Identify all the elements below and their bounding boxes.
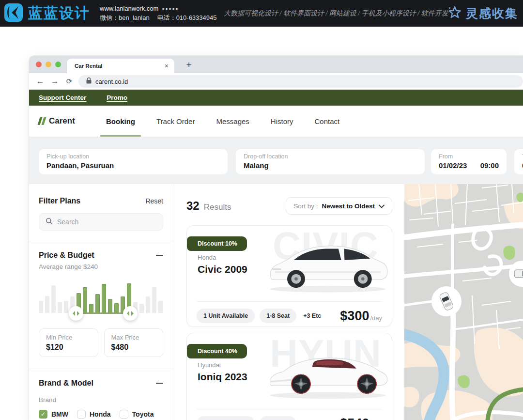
new-tab-button[interactable]: + (182, 58, 196, 72)
histogram-bar (64, 301, 68, 313)
map-panel[interactable] (404, 184, 523, 420)
histogram-bar (89, 304, 93, 313)
checkbox-icon[interactable] (120, 410, 128, 419)
utility-bar: Support Center Promo (29, 90, 523, 106)
brand-checkbox-row: ✓ BMW Honda Toyota (39, 410, 163, 419)
histogram-bar (108, 299, 112, 313)
brand-option-bmw[interactable]: ✓ BMW (39, 410, 68, 419)
nav-item-track-order[interactable]: Track Order (156, 106, 195, 137)
traffic-light-minimize[interactable] (46, 62, 51, 67)
nav-item-messages[interactable]: Messages (216, 106, 249, 137)
traffic-light-zoom[interactable] (55, 62, 61, 67)
price-histogram-wrap (39, 276, 163, 321)
map-car-marker[interactable] (431, 286, 461, 316)
agency-phone: 电话：010-63334945 (157, 14, 217, 22)
reset-button[interactable]: Reset (145, 197, 163, 205)
units-tag: 1 Unit Available (197, 416, 255, 420)
pickup-value: Pandaan, Pasuruan (46, 161, 220, 170)
browser-window: Car Rental × + ← → ⟳ carent.co.id Suppor… (29, 56, 523, 420)
collapse-brand-icon[interactable] (156, 383, 163, 384)
slider-track (76, 312, 130, 314)
filter-sidebar: Filter Plans Reset Price & Budget Averag… (29, 184, 174, 420)
traffic-light-close[interactable] (36, 62, 42, 67)
tab-close-icon[interactable]: × (164, 62, 169, 70)
car-brand: Hyundai (198, 361, 247, 369)
browser-toolbar: ← → ⟳ carent.co.id (29, 73, 523, 90)
min-price-slider-handle[interactable] (69, 306, 83, 321)
car-model: Civic 2009 (198, 264, 247, 275)
carent-brand-name: Carent (49, 116, 75, 126)
search-icon (46, 218, 53, 227)
agency-services: 大数据可视化设计 / 软件界面设计 / 网站建设 / 手机及小程序设计 / 软件… (224, 0, 448, 27)
filter-title: Filter Plans (39, 197, 80, 205)
carent-logo[interactable]: Carent (39, 106, 75, 137)
seats-tag: 1-4 Seat (260, 416, 296, 420)
price-budget-title: Price & Budget (39, 251, 94, 260)
results-panel: 32Results Sort by : Newest to Oldest CIV… (174, 184, 404, 420)
agency-logo-block: 蓝蓝设计 www.lanlanwork.com ▸▸▸▸▸ 微信：ben_lan… (4, 0, 216, 27)
histogram-bar (114, 303, 119, 313)
card-divider (197, 409, 382, 409)
min-price-box[interactable]: Min Price $120 (39, 328, 98, 357)
extra-tag: +3 Etc (303, 312, 321, 319)
brand-group-label: Brand (39, 396, 163, 404)
car-image-ioniq (267, 341, 389, 405)
pickup-location-field[interactable]: Pick-up location Pandaan, Pasuruan (39, 149, 228, 174)
max-price-box[interactable]: Max Price $480 (104, 328, 164, 357)
agency-website-link[interactable]: www.lanlanwork.com (100, 5, 158, 12)
sort-dropdown[interactable]: Sort by : Newest to Oldest (286, 197, 392, 215)
arrows-icon: ▸▸▸▸▸ (162, 6, 179, 11)
from-time: 09:00 (480, 161, 499, 170)
checkbox-icon[interactable] (77, 410, 86, 419)
forward-button[interactable]: → (48, 75, 61, 88)
browser-tabstrip: Car Rental × + (29, 56, 523, 73)
from-date: 01/02/23 (439, 161, 467, 170)
brand-option-toyota[interactable]: Toyota (120, 410, 154, 419)
search-input[interactable] (57, 218, 156, 226)
agency-wechat: 微信：ben_lanlan (100, 14, 150, 22)
map-graphic (404, 184, 523, 420)
max-price-slider-handle[interactable] (123, 306, 138, 321)
nav-items: Booking Track Order Messages History Con… (106, 106, 339, 137)
browser-tab[interactable]: Car Rental × (67, 59, 174, 73)
units-tag: 1 Unit Available (197, 309, 255, 323)
carent-logo-icon (39, 117, 45, 125)
histogram-bar (58, 302, 62, 313)
support-center-link[interactable]: Support Center (39, 94, 86, 101)
filter-search-box[interactable] (39, 213, 163, 231)
address-bar[interactable]: carent.co.id (78, 75, 523, 88)
histogram-bar (45, 296, 49, 313)
histogram-bar (152, 287, 156, 313)
star-icon (447, 5, 462, 22)
discount-badge: Discount 10% (187, 236, 247, 251)
checkbox-icon[interactable]: ✓ (39, 410, 47, 419)
price: $540/day (340, 416, 382, 420)
promo-link[interactable]: Promo (107, 94, 127, 101)
inspiration-collect[interactable]: 灵感收集 (447, 0, 518, 27)
results-count: 32Results (186, 199, 231, 213)
car-card-civic[interactable]: CIVIC Discount 10% Honda (186, 225, 392, 327)
chevron-down-icon (379, 202, 385, 210)
max-price-label: Max Price (111, 334, 156, 341)
back-button[interactable]: ← (34, 75, 46, 88)
nav-item-booking[interactable]: Booking (106, 106, 135, 137)
histogram-bar (83, 287, 87, 313)
agency-logo-title: 蓝蓝设计 (28, 3, 90, 23)
collapse-price-icon[interactable] (156, 255, 163, 256)
average-range-text: Average range $240 (39, 263, 163, 270)
dropoff-label: Drop-off location (244, 153, 417, 160)
histogram-bar (158, 301, 163, 313)
car-card-ioniq[interactable]: HYUN Discount 40% (186, 333, 392, 420)
sort-value: Newest to Oldest (322, 202, 375, 210)
reload-button[interactable]: ⟳ (63, 75, 76, 88)
from-datetime-field[interactable]: From 01/02/23 09:00 (431, 149, 507, 174)
dropoff-location-field[interactable]: Drop-off location Malang (236, 149, 425, 174)
histogram-bar (39, 301, 43, 313)
pickup-label: Pick-up location (46, 153, 220, 160)
booking-bar: Pick-up location Pandaan, Pasuruan Drop-… (29, 137, 523, 184)
brand-option-honda[interactable]: Honda (77, 410, 111, 419)
to-datetime-field[interactable]: To 0 (514, 149, 523, 174)
nav-item-history[interactable]: History (271, 106, 293, 137)
price: $300/day (340, 309, 382, 324)
nav-item-contact[interactable]: Contact (315, 106, 340, 137)
